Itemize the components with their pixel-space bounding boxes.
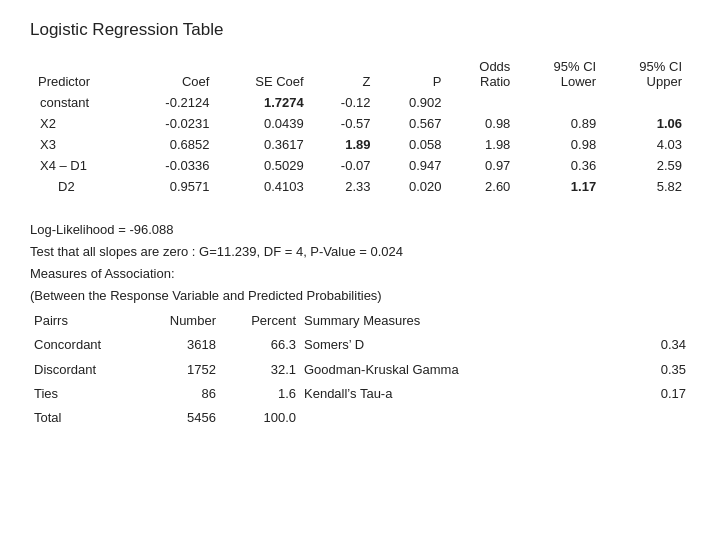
col-header-se-coef: SE Coef	[217, 56, 311, 92]
cell-se-coef: 0.5029	[217, 155, 311, 176]
pairs-cell: 66.3	[220, 333, 300, 357]
pairs-cell: Somers’ D	[300, 333, 630, 357]
pairs-cell: 1752	[140, 358, 220, 382]
pairs-cell: 1.6	[220, 382, 300, 406]
cell-ci-upper	[604, 92, 690, 113]
pairs-cell: Total	[30, 406, 140, 430]
cell-p: 0.020	[378, 176, 449, 197]
cell-ci-lower: 0.36	[518, 155, 604, 176]
cell-coef: 0.9571	[130, 176, 218, 197]
cell-coef: -0.2124	[130, 92, 218, 113]
table-row: X4 – D1-0.03360.5029-0.070.9470.970.362.…	[30, 155, 690, 176]
cell-ci-lower: 0.89	[518, 113, 604, 134]
cell-z: -0.57	[312, 113, 379, 134]
cell-se-coef: 0.3617	[217, 134, 311, 155]
cell-coef: -0.0336	[130, 155, 218, 176]
log-likelihood: Log-Likelihood = -96.088	[30, 219, 690, 241]
pairs-cell: Ties	[30, 382, 140, 406]
cell-z: 2.33	[312, 176, 379, 197]
cell-predictor: constant	[30, 92, 130, 113]
cell-predictor: X4 – D1	[30, 155, 130, 176]
page-title: Logistic Regression Table	[30, 20, 690, 40]
pairs-cell: Discordant	[30, 358, 140, 382]
cell-p: 0.058	[378, 134, 449, 155]
col-header-ci-upper: 95% CIUpper	[604, 56, 690, 92]
cell-odds: 0.98	[449, 113, 518, 134]
measures-subtitle: (Between the Response Variable and Predi…	[30, 285, 690, 307]
cell-ci-upper: 5.82	[604, 176, 690, 197]
col-header-odds: OddsRatio	[449, 56, 518, 92]
pairs-cell: 0.17	[630, 382, 690, 406]
cell-odds	[449, 92, 518, 113]
table-row: X2-0.02310.0439-0.570.5670.980.891.06	[30, 113, 690, 134]
col-header-coef: Coef	[130, 56, 218, 92]
cell-predictor: X2	[30, 113, 130, 134]
pairs-cell: 100.0	[220, 406, 300, 430]
cell-odds: 0.97	[449, 155, 518, 176]
cell-predictor: D2	[30, 176, 130, 197]
cell-z: 1.89	[312, 134, 379, 155]
cell-ci-upper: 2.59	[604, 155, 690, 176]
cell-p: 0.947	[378, 155, 449, 176]
pairs-header-1: Number	[140, 309, 220, 333]
cell-p: 0.567	[378, 113, 449, 134]
cell-se-coef: 0.0439	[217, 113, 311, 134]
table-row: constant-0.21241.7274-0.120.902	[30, 92, 690, 113]
pairs-cell: Goodman-Kruskal Gamma	[300, 358, 630, 382]
cell-ci-lower: 1.17	[518, 176, 604, 197]
pairs-cell: 86	[140, 382, 220, 406]
regression-table: Predictor Coef SE Coef Z P OddsRatio 95%…	[30, 56, 690, 197]
measures-title: Measures of Association:	[30, 263, 690, 285]
pairs-cell: 0.34	[630, 333, 690, 357]
pairs-cell: 32.1	[220, 358, 300, 382]
pairs-cell	[630, 406, 690, 430]
table-row: D20.95710.41032.330.0202.601.175.82	[30, 176, 690, 197]
pairs-cell	[300, 406, 630, 430]
cell-ci-upper: 1.06	[604, 113, 690, 134]
cell-se-coef: 0.4103	[217, 176, 311, 197]
pairs-cell: Concordant	[30, 333, 140, 357]
cell-ci-lower: 0.98	[518, 134, 604, 155]
cell-z: -0.07	[312, 155, 379, 176]
cell-z: -0.12	[312, 92, 379, 113]
col-header-predictor: Predictor	[30, 56, 130, 92]
cell-ci-upper: 4.03	[604, 134, 690, 155]
cell-se-coef: 1.7274	[217, 92, 311, 113]
col-header-z: Z	[312, 56, 379, 92]
table-row: X30.68520.36171.890.0581.980.984.03	[30, 134, 690, 155]
col-header-p: P	[378, 56, 449, 92]
cell-odds: 2.60	[449, 176, 518, 197]
cell-ci-lower	[518, 92, 604, 113]
pairs-cell: 3618	[140, 333, 220, 357]
col-header-ci-lower: 95% CILower	[518, 56, 604, 92]
pairs-header-0: Pairrs	[30, 309, 140, 333]
cell-odds: 1.98	[449, 134, 518, 155]
cell-coef: -0.0231	[130, 113, 218, 134]
pairs-cell: 0.35	[630, 358, 690, 382]
cell-predictor: X3	[30, 134, 130, 155]
pairs-cell: Kendall’s Tau-a	[300, 382, 630, 406]
cell-coef: 0.6852	[130, 134, 218, 155]
pairs-table: PairrsNumberPercentSummary MeasuresConco…	[30, 309, 690, 429]
cell-p: 0.902	[378, 92, 449, 113]
test-line: Test that all slopes are zero : G=11.239…	[30, 241, 690, 263]
pairs-header-2: Percent	[220, 309, 300, 333]
pairs-header-4	[630, 309, 690, 333]
pairs-header-3: Summary Measures	[300, 309, 630, 333]
stats-section: Log-Likelihood = -96.088 Test that all s…	[30, 219, 690, 430]
pairs-cell: 5456	[140, 406, 220, 430]
